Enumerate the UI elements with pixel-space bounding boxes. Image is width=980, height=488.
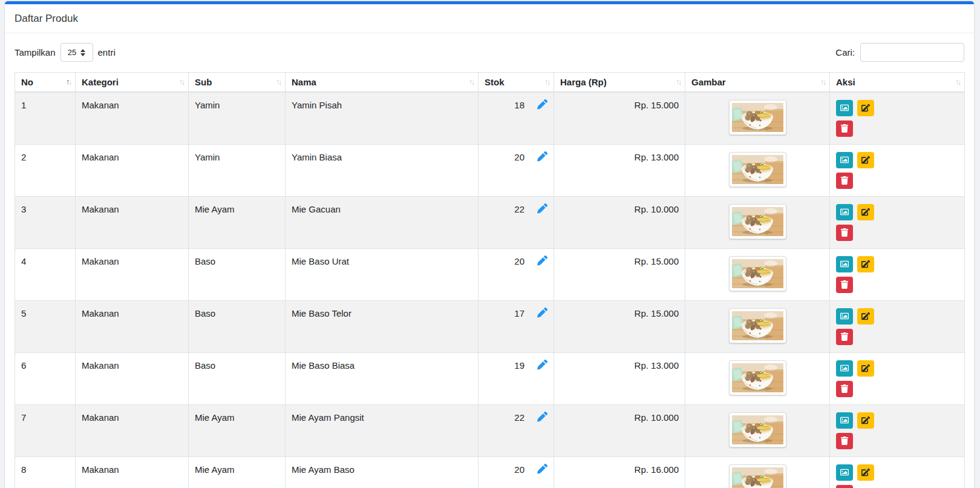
stepper-up-arrow	[80, 49, 85, 52]
column-header-sub[interactable]: Sub ↑↓	[189, 73, 286, 92]
sort-down-arrow: ↓	[68, 78, 71, 87]
delete-button[interactable]	[836, 329, 853, 345]
edit-button[interactable]	[857, 152, 874, 168]
bakso-noodle-bowl-photo	[732, 363, 783, 392]
image-icon	[840, 416, 849, 424]
column-header-gambar[interactable]: Gambar ↑↓	[685, 73, 830, 92]
bakso-noodle-bowl-photo	[732, 207, 783, 236]
column-header-nama[interactable]: Nama ↑↓	[286, 73, 479, 92]
edit-button[interactable]	[857, 204, 874, 220]
column-header-no[interactable]: No ↑↓	[15, 73, 76, 92]
edit-stock-pencil-icon[interactable]	[537, 412, 547, 422]
edit-stock-pencil-icon[interactable]	[537, 151, 547, 162]
edit-stock-pencil-icon[interactable]	[537, 203, 547, 214]
cell-no: 6	[15, 352, 76, 404]
edit-stock-pencil-icon[interactable]	[537, 360, 547, 370]
cell-no: 5	[15, 300, 76, 352]
table-row: 8 Makanan Mie Ayam Mie Ayam Baso 20 Rp. …	[15, 457, 965, 488]
view-image-button[interactable]	[836, 152, 853, 168]
view-image-button[interactable]	[836, 100, 853, 116]
cell-sub: Mie Ayam	[189, 196, 286, 248]
image-icon	[840, 364, 849, 372]
edit-stock-pencil-icon[interactable]	[537, 464, 547, 474]
cell-gambar	[685, 248, 830, 300]
bakso-noodle-bowl-photo	[732, 467, 783, 488]
cell-gambar	[685, 404, 830, 457]
edit-button[interactable]	[857, 308, 874, 325]
action-buttons-row	[836, 308, 958, 325]
column-header-kategori[interactable]: Kategori ↑↓	[76, 73, 189, 92]
bakso-noodle-bowl-photo	[732, 415, 783, 444]
stok-wrap: 22	[485, 204, 547, 214]
bakso-noodle-bowl-photo	[732, 155, 783, 184]
edit-stock-pencil-icon[interactable]	[537, 256, 547, 266]
trash-icon	[840, 384, 849, 393]
image-icon	[840, 260, 849, 268]
view-image-button[interactable]	[836, 256, 853, 272]
sort-down-arrow: ↓	[181, 78, 184, 87]
sort-arrows-icon: ↑↓	[544, 78, 549, 85]
cell-nama: Mie Ayam Baso	[286, 457, 479, 488]
cell-kategori: Makanan	[76, 144, 189, 196]
view-image-button[interactable]	[836, 308, 853, 325]
cell-harga: Rp. 16.000	[554, 457, 685, 488]
delete-button[interactable]	[836, 485, 853, 488]
cell-stok: 20	[479, 144, 554, 196]
edit-stock-pencil-icon[interactable]	[537, 308, 547, 318]
stok-value: 19	[514, 360, 524, 371]
action-buttons-row	[836, 464, 958, 481]
sort-down-arrow: ↓	[678, 78, 681, 87]
cell-no: 1	[15, 92, 76, 145]
search-control: Cari:	[835, 43, 964, 62]
sort-arrows-icon: ↑↓	[820, 78, 825, 85]
edit-button[interactable]	[857, 464, 874, 481]
sort-down-arrow: ↓	[958, 78, 960, 87]
view-image-button[interactable]	[836, 412, 853, 429]
table-row: 3 Makanan Mie Ayam Mie Gacuan 22 Rp. 10.…	[15, 196, 965, 248]
cell-sub: Baso	[189, 300, 286, 352]
image-icon	[840, 468, 849, 476]
table-row: 6 Makanan Baso Mie Baso Biasa 19 Rp. 13.…	[15, 352, 965, 404]
cell-no: 3	[15, 196, 76, 248]
delete-button[interactable]	[836, 277, 853, 293]
view-image-button[interactable]	[836, 464, 853, 481]
cell-nama: Yamin Pisah	[286, 92, 479, 145]
edit-button[interactable]	[857, 412, 874, 429]
action-buttons-row	[836, 152, 958, 168]
page-length-select[interactable]: 25	[60, 43, 93, 62]
edit-button[interactable]	[857, 100, 874, 116]
bakso-noodle-bowl-photo	[732, 103, 783, 132]
cell-aksi	[830, 404, 965, 457]
cell-stok: 19	[479, 352, 554, 404]
column-header-harga[interactable]: Harga (Rp) ↑↓	[554, 73, 685, 92]
column-header-label: Gambar	[691, 77, 726, 87]
cell-nama: Mie Baso Telor	[286, 300, 479, 352]
delete-button[interactable]	[836, 120, 853, 137]
cell-harga: Rp. 15.000	[554, 248, 685, 300]
column-header-stok[interactable]: Stok ↑↓	[479, 73, 554, 92]
cell-aksi	[830, 248, 965, 300]
cell-sub: Baso	[189, 352, 286, 404]
table-row: 1 Makanan Yamin Yamin Pisah 18 Rp. 15.00…	[15, 92, 965, 145]
action-buttons-row	[836, 256, 958, 272]
cell-nama: Mie Gacuan	[286, 196, 479, 248]
column-header-aksi[interactable]: Aksi ↑↓	[830, 73, 965, 92]
cell-harga: Rp. 10.000	[554, 404, 685, 457]
delete-button[interactable]	[836, 381, 853, 397]
table-row: 2 Makanan Yamin Yamin Biasa 20 Rp. 13.00…	[15, 144, 965, 196]
sort-arrows-icon: ↑↓	[955, 78, 960, 85]
view-image-button[interactable]	[836, 360, 853, 377]
edit-button[interactable]	[857, 256, 874, 272]
view-image-button[interactable]	[836, 204, 853, 220]
edit-stock-pencil-icon[interactable]	[537, 99, 547, 110]
edit-button[interactable]	[857, 360, 874, 377]
search-input[interactable]	[860, 43, 964, 62]
cell-kategori: Makanan	[76, 248, 189, 300]
stok-wrap: 19	[485, 360, 547, 371]
delete-button[interactable]	[836, 173, 853, 189]
stok-wrap: 20	[485, 256, 547, 266]
cell-aksi	[830, 92, 965, 145]
delete-button[interactable]	[836, 433, 853, 449]
delete-button[interactable]	[836, 225, 853, 241]
cell-gambar	[685, 352, 830, 404]
